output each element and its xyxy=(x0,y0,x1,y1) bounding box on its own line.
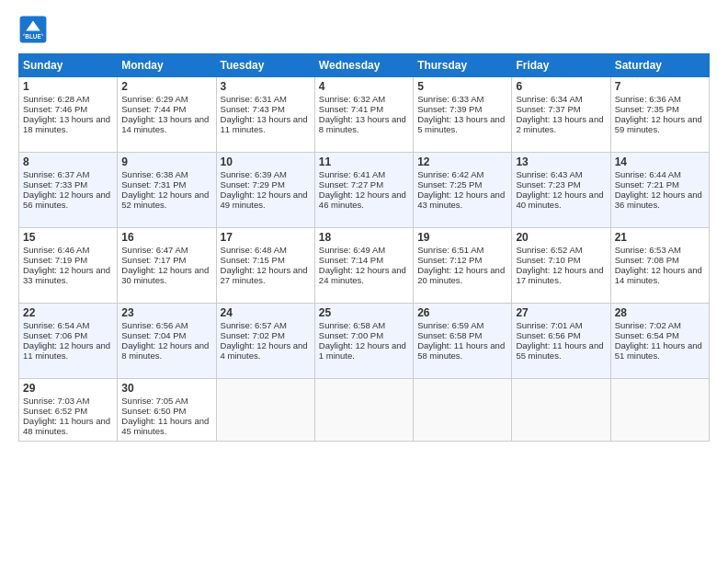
sunrise-label: Sunrise: 6:59 AM xyxy=(417,320,483,330)
day-number: 2 xyxy=(121,80,211,93)
sunset-label: Sunset: 7:10 PM xyxy=(516,255,580,265)
sunrise-label: Sunrise: 6:43 AM xyxy=(516,169,582,179)
day-number: 7 xyxy=(615,80,705,93)
daylight-label: Daylight: 12 hours and 17 minutes. xyxy=(516,265,603,285)
day-number: 21 xyxy=(615,231,705,244)
sunrise-label: Sunrise: 6:29 AM xyxy=(121,94,188,104)
calendar-cell: 1Sunrise: 6:28 AMSunset: 7:46 PMDaylight… xyxy=(19,77,118,153)
daylight-label: Daylight: 12 hours and 33 minutes. xyxy=(23,265,110,285)
day-number: 10 xyxy=(221,155,311,168)
sunrise-label: Sunrise: 6:31 AM xyxy=(221,94,287,104)
day-number: 26 xyxy=(417,306,507,319)
svg-text:BLUE: BLUE xyxy=(25,33,41,40)
day-number: 4 xyxy=(319,80,409,93)
calendar-cell: 27Sunrise: 7:01 AMSunset: 6:56 PMDayligh… xyxy=(512,304,610,379)
daylight-label: Daylight: 12 hours and 14 minutes. xyxy=(615,265,702,285)
sunrise-label: Sunrise: 7:05 AM xyxy=(121,396,188,406)
calendar-cell: 5Sunrise: 6:33 AMSunset: 7:39 PMDaylight… xyxy=(414,77,512,153)
sunset-label: Sunset: 7:08 PM xyxy=(615,255,679,265)
day-number: 13 xyxy=(516,155,606,168)
sunset-label: Sunset: 7:31 PM xyxy=(121,179,186,190)
sunrise-label: Sunrise: 6:28 AM xyxy=(23,94,89,104)
daylight-label: Daylight: 11 hours and 45 minutes. xyxy=(121,416,209,436)
calendar-cell: 21Sunrise: 6:53 AMSunset: 7:08 PMDayligh… xyxy=(610,228,709,304)
sunset-label: Sunset: 7:27 PM xyxy=(319,179,383,190)
daylight-label: Daylight: 12 hours and 8 minutes. xyxy=(121,340,209,361)
day-number: 27 xyxy=(516,306,606,319)
daylight-label: Daylight: 12 hours and 27 minutes. xyxy=(221,265,308,285)
daylight-label: Daylight: 11 hours and 48 minutes. xyxy=(23,416,110,436)
sunset-label: Sunset: 7:23 PM xyxy=(516,179,580,190)
day-number: 17 xyxy=(221,231,311,244)
sunrise-label: Sunrise: 6:44 AM xyxy=(615,169,681,179)
day-number: 8 xyxy=(23,155,113,168)
calendar-week-5: 29Sunrise: 7:03 AMSunset: 6:52 PMDayligh… xyxy=(19,379,710,442)
day-number: 9 xyxy=(121,155,211,168)
page: BLUE SundayMondayTuesdayWednesdayThursda… xyxy=(0,0,728,451)
day-number: 3 xyxy=(221,80,311,93)
sunset-label: Sunset: 7:25 PM xyxy=(417,179,482,190)
calendar-week-3: 15Sunrise: 6:46 AMSunset: 7:19 PMDayligh… xyxy=(19,228,710,304)
col-header-thursday: Thursday xyxy=(414,54,512,77)
sunset-label: Sunset: 7:37 PM xyxy=(516,104,580,114)
logo-icon: BLUE xyxy=(18,15,48,44)
calendar-cell xyxy=(414,379,512,442)
calendar-cell: 13Sunrise: 6:43 AMSunset: 7:23 PMDayligh… xyxy=(512,153,610,228)
sunrise-label: Sunrise: 6:48 AM xyxy=(221,245,287,255)
sunset-label: Sunset: 6:50 PM xyxy=(121,406,186,416)
calendar-cell xyxy=(512,379,610,442)
day-number: 12 xyxy=(417,155,507,168)
sunrise-label: Sunrise: 6:34 AM xyxy=(516,94,582,104)
calendar-cell: 20Sunrise: 6:52 AMSunset: 7:10 PMDayligh… xyxy=(512,228,610,304)
calendar-cell: 7Sunrise: 6:36 AMSunset: 7:35 PMDaylight… xyxy=(610,77,709,153)
sunrise-label: Sunrise: 6:41 AM xyxy=(319,169,385,179)
col-header-friday: Friday xyxy=(512,54,610,77)
daylight-label: Daylight: 12 hours and 49 minutes. xyxy=(221,190,308,210)
sunrise-label: Sunrise: 6:46 AM xyxy=(23,245,89,255)
sunset-label: Sunset: 7:46 PM xyxy=(23,104,87,114)
day-number: 24 xyxy=(221,306,311,319)
sunrise-label: Sunrise: 6:49 AM xyxy=(319,245,385,255)
day-number: 11 xyxy=(319,155,409,168)
calendar-cell: 3Sunrise: 6:31 AMSunset: 7:43 PMDaylight… xyxy=(216,77,314,153)
calendar-header-row: SundayMondayTuesdayWednesdayThursdayFrid… xyxy=(19,54,710,77)
sunrise-label: Sunrise: 6:54 AM xyxy=(23,320,89,330)
daylight-label: Daylight: 12 hours and 24 minutes. xyxy=(319,265,406,285)
calendar-cell: 18Sunrise: 6:49 AMSunset: 7:14 PMDayligh… xyxy=(314,228,413,304)
sunset-label: Sunset: 7:43 PM xyxy=(221,104,285,114)
col-header-wednesday: Wednesday xyxy=(314,54,413,77)
day-number: 20 xyxy=(516,231,606,244)
daylight-label: Daylight: 12 hours and 56 minutes. xyxy=(23,190,110,210)
daylight-label: Daylight: 12 hours and 4 minutes. xyxy=(221,340,308,361)
calendar-cell: 12Sunrise: 6:42 AMSunset: 7:25 PMDayligh… xyxy=(414,153,512,228)
sunrise-label: Sunrise: 6:56 AM xyxy=(121,320,188,330)
sunset-label: Sunset: 7:33 PM xyxy=(23,179,87,190)
sunset-label: Sunset: 7:02 PM xyxy=(221,330,285,340)
daylight-label: Daylight: 13 hours and 14 minutes. xyxy=(121,114,209,134)
calendar-cell: 14Sunrise: 6:44 AMSunset: 7:21 PMDayligh… xyxy=(610,153,709,228)
day-number: 28 xyxy=(615,306,705,319)
day-number: 22 xyxy=(23,306,113,319)
sunrise-label: Sunrise: 6:33 AM xyxy=(417,94,483,104)
calendar-cell: 25Sunrise: 6:58 AMSunset: 7:00 PMDayligh… xyxy=(314,304,413,379)
sunrise-label: Sunrise: 6:42 AM xyxy=(417,169,483,179)
sunrise-label: Sunrise: 6:57 AM xyxy=(221,320,287,330)
sunset-label: Sunset: 7:35 PM xyxy=(615,104,679,114)
day-number: 30 xyxy=(121,382,211,395)
calendar-cell: 22Sunrise: 6:54 AMSunset: 7:06 PMDayligh… xyxy=(19,304,118,379)
day-number: 6 xyxy=(516,80,606,93)
calendar-cell: 30Sunrise: 7:05 AMSunset: 6:50 PMDayligh… xyxy=(118,379,216,442)
day-number: 23 xyxy=(121,306,211,319)
sunset-label: Sunset: 7:17 PM xyxy=(121,255,186,265)
sunset-label: Sunset: 7:29 PM xyxy=(221,179,285,190)
daylight-label: Daylight: 11 hours and 58 minutes. xyxy=(417,340,505,361)
sunrise-label: Sunrise: 7:02 AM xyxy=(615,320,681,330)
calendar: SundayMondayTuesdayWednesdayThursdayFrid… xyxy=(18,53,710,442)
sunset-label: Sunset: 7:39 PM xyxy=(417,104,482,114)
sunrise-label: Sunrise: 6:36 AM xyxy=(615,94,681,104)
calendar-cell: 19Sunrise: 6:51 AMSunset: 7:12 PMDayligh… xyxy=(414,228,512,304)
daylight-label: Daylight: 12 hours and 40 minutes. xyxy=(516,190,603,210)
sunset-label: Sunset: 7:15 PM xyxy=(221,255,285,265)
day-number: 16 xyxy=(121,231,211,244)
calendar-cell: 2Sunrise: 6:29 AMSunset: 7:44 PMDaylight… xyxy=(118,77,216,153)
